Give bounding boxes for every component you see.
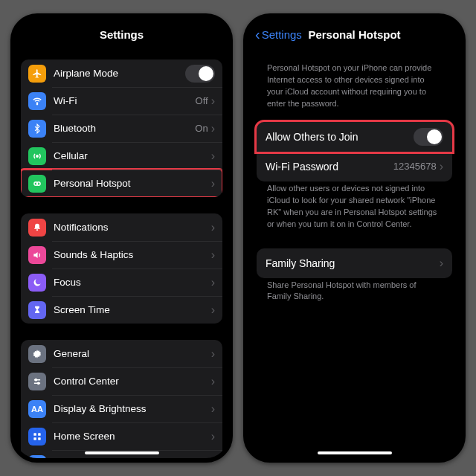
row-label: Control Center xyxy=(54,376,211,387)
row-label: Wi-Fi xyxy=(54,95,196,106)
chevron-right-icon: › xyxy=(211,375,215,388)
svg-point-7 xyxy=(38,382,39,384)
family-sharing-group: Family Sharing › xyxy=(257,248,452,278)
row-label: Notifications xyxy=(54,222,211,233)
row-label: General xyxy=(54,348,211,359)
row-bluetooth[interactable]: Bluetooth On › xyxy=(21,115,222,142)
bluetooth-icon xyxy=(28,120,46,138)
chevron-right-icon: › xyxy=(211,221,215,234)
navbar-right: ‹ Settings Personal Hotspot xyxy=(248,18,461,51)
grid-icon xyxy=(28,428,46,446)
speaker-icon xyxy=(28,246,46,264)
airplane-toggle[interactable] xyxy=(185,65,215,83)
aa-icon: AA xyxy=(28,400,46,418)
row-family-sharing[interactable]: Family Sharing › xyxy=(257,248,452,278)
row-personal-hotspot[interactable]: Personal Hotspot › xyxy=(21,170,222,197)
chevron-right-icon: › xyxy=(211,177,215,190)
person-icon xyxy=(28,455,46,459)
allow-note: Allow other users or devices not signed … xyxy=(257,183,452,231)
row-label: Focus xyxy=(54,277,211,288)
back-button[interactable]: ‹ Settings xyxy=(255,27,302,42)
wifi-icon xyxy=(28,92,46,110)
home-indicator[interactable] xyxy=(85,451,159,454)
row-value: 12345678 xyxy=(393,161,437,172)
row-label: Cellular xyxy=(54,150,211,161)
page-title: Settings xyxy=(100,28,144,41)
wifi-password-group: Wi-Fi Password 12345678 › xyxy=(257,152,452,181)
chevron-right-icon: › xyxy=(211,347,215,361)
navbar-left: Settings xyxy=(15,18,228,51)
svg-rect-10 xyxy=(33,437,36,440)
chevron-right-icon: › xyxy=(211,94,215,108)
row-label: Wi-Fi Password xyxy=(266,161,393,173)
airplane-icon xyxy=(28,65,46,83)
row-focus[interactable]: Focus › xyxy=(21,268,222,296)
row-label: Bluetooth xyxy=(54,123,195,134)
row-notifications[interactable]: Notifications › xyxy=(21,213,222,241)
allow-others-toggle[interactable] xyxy=(414,128,443,146)
chevron-right-icon: › xyxy=(211,457,215,459)
row-value: Off xyxy=(196,95,208,106)
chevron-right-icon: › xyxy=(440,160,443,173)
svg-point-6 xyxy=(35,379,36,380)
row-label: Personal Hotspot xyxy=(54,178,211,189)
chevron-right-icon: › xyxy=(211,402,215,416)
allow-others-group: Allow Others to Join xyxy=(257,122,452,152)
row-screen-time[interactable]: Screen Time › xyxy=(21,296,222,324)
chevron-left-icon: ‹ xyxy=(255,27,260,42)
settings-group-3: General › Control Center › AA Display & … xyxy=(21,340,222,458)
svg-rect-4 xyxy=(36,229,38,231)
row-control-center[interactable]: Control Center › xyxy=(21,367,222,395)
row-general[interactable]: General › xyxy=(21,340,222,367)
row-label: Airplane Mode xyxy=(54,68,185,79)
row-wifi[interactable]: Wi-Fi Off › xyxy=(21,87,222,115)
svg-rect-11 xyxy=(38,437,41,440)
cellular-icon xyxy=(28,147,46,165)
row-label: Display & Brightness xyxy=(54,403,211,414)
chevron-right-icon: › xyxy=(211,248,215,262)
row-display-brightness[interactable]: AA Display & Brightness › xyxy=(21,395,222,422)
settings-group-2: Notifications › Sounds & Haptics › Focus… xyxy=(21,213,222,324)
svg-point-0 xyxy=(36,103,37,104)
row-airplane-mode[interactable]: Airplane Mode xyxy=(21,60,222,87)
gear-icon xyxy=(28,345,46,363)
chevron-right-icon: › xyxy=(211,276,215,289)
row-label: Allow Others to Join xyxy=(266,131,414,143)
svg-point-1 xyxy=(36,155,38,156)
chevron-right-icon: › xyxy=(211,149,215,163)
svg-rect-9 xyxy=(38,433,41,436)
svg-point-3 xyxy=(36,181,40,185)
phone-personal-hotspot: ‹ Settings Personal Hotspot Personal Hot… xyxy=(243,13,466,463)
row-cellular[interactable]: Cellular › xyxy=(21,142,222,170)
chevron-right-icon: › xyxy=(211,303,215,317)
chevron-right-icon: › xyxy=(211,122,215,135)
family-note: Share Personal Hotspot with members of F… xyxy=(257,280,452,303)
page-title: Personal Hotspot xyxy=(308,28,400,41)
home-indicator[interactable] xyxy=(318,451,392,454)
sliders-icon xyxy=(28,373,46,390)
intro-text: Personal Hotspot on your iPhone can prov… xyxy=(257,62,452,110)
row-label: Family Sharing xyxy=(266,257,440,269)
row-wifi-password[interactable]: Wi-Fi Password 12345678 › xyxy=(257,152,452,181)
chevron-right-icon: › xyxy=(211,430,215,443)
settings-group-1: Airplane Mode Wi-Fi Off › Bluetooth On › xyxy=(21,60,222,197)
moon-icon xyxy=(28,274,46,292)
row-label: Home Screen xyxy=(54,431,211,442)
phone-settings: Settings Airplane Mode Wi-Fi Off › xyxy=(10,13,233,463)
back-label: Settings xyxy=(262,28,302,41)
row-allow-others[interactable]: Allow Others to Join xyxy=(257,122,452,152)
hotspot-icon xyxy=(28,175,46,193)
bell-icon xyxy=(28,219,46,237)
row-label: Screen Time xyxy=(54,304,211,315)
row-sounds-haptics[interactable]: Sounds & Haptics › xyxy=(21,241,222,268)
row-label: Sounds & Haptics xyxy=(54,249,211,260)
row-home-screen[interactable]: Home Screen › xyxy=(21,422,222,450)
chevron-right-icon: › xyxy=(440,257,443,270)
svg-rect-8 xyxy=(33,433,36,436)
row-value: On xyxy=(195,123,208,134)
hourglass-icon xyxy=(28,301,46,319)
